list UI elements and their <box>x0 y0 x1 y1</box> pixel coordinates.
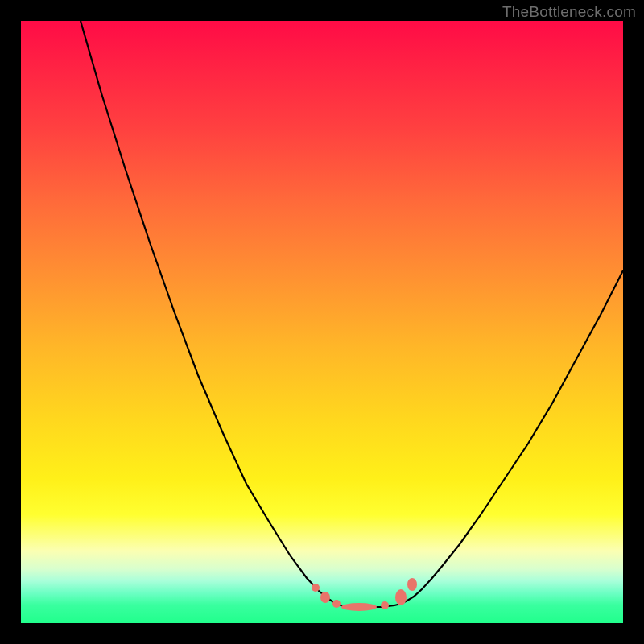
datapoint-0 <box>312 584 320 592</box>
datapoint-3 <box>341 603 377 611</box>
datapoints-group <box>312 578 417 611</box>
datapoint-2 <box>332 600 341 608</box>
datapoint-4 <box>381 601 389 609</box>
datapoint-5 <box>395 589 407 605</box>
right-curve-path <box>382 270 623 607</box>
datapoint-1 <box>320 592 330 603</box>
plot-area <box>21 21 623 623</box>
left-curve-path <box>80 21 349 607</box>
watermark-text: TheBottleneck.com <box>502 3 636 21</box>
chart-svg <box>21 21 623 623</box>
datapoint-6 <box>407 578 417 591</box>
outer-frame: TheBottleneck.com <box>0 0 644 644</box>
curve-group <box>80 21 623 607</box>
